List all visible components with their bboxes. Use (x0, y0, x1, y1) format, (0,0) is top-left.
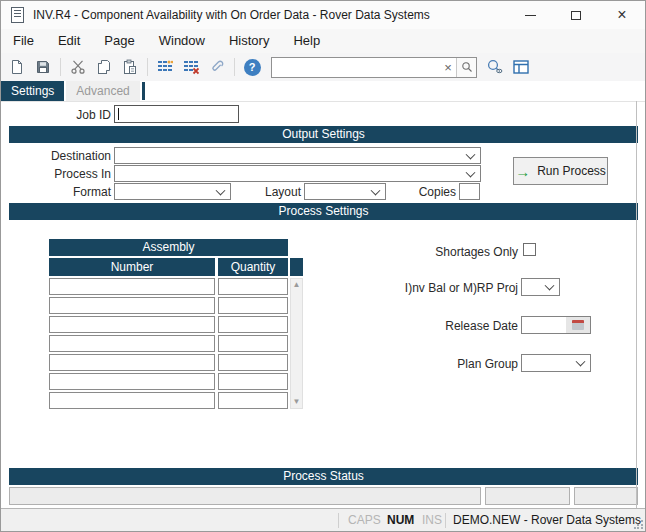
maximize-button[interactable] (553, 1, 599, 29)
plan-group-label: Plan Group (381, 357, 518, 371)
text-caret (118, 108, 119, 120)
format-label: Format (1, 185, 111, 199)
process-in-label: Process In (1, 167, 111, 181)
process-in-select[interactable] (114, 165, 481, 182)
new-button[interactable] (5, 55, 29, 79)
assembly-quantity-input[interactable] (218, 278, 288, 295)
tab-underline (1, 101, 646, 102)
help-button[interactable]: ? (240, 55, 264, 79)
calendar-button[interactable] (566, 317, 590, 333)
close-icon: × (617, 7, 626, 23)
menu-window[interactable]: Window (147, 29, 217, 53)
assembly-row (49, 392, 288, 409)
attach-button[interactable] (205, 55, 229, 79)
status-bar: CAPS NUM INS DEMO.NEW - Rover Data Syste… (1, 509, 646, 532)
assembly-quantity-input[interactable] (218, 335, 288, 352)
copies-input[interactable] (459, 183, 480, 200)
assembly-row (49, 373, 288, 390)
insert-row-button[interactable] (153, 55, 177, 79)
assembly-row (49, 335, 288, 352)
magnifier-icon (461, 61, 473, 73)
menu-file[interactable]: File (1, 29, 46, 53)
plan-group-select[interactable] (521, 354, 591, 372)
title-bar: INV.R4 - Component Availability with On … (1, 1, 645, 29)
search-go-button[interactable] (456, 58, 476, 77)
menu-history[interactable]: History (217, 29, 281, 53)
resize-grip[interactable] (634, 520, 643, 529)
assembly-row (49, 316, 288, 333)
app-window: INV.R4 - Component Availability with On … (0, 0, 646, 532)
assembly-quantity-input[interactable] (218, 297, 288, 314)
find-view-icon (486, 59, 504, 75)
inv-bal-select[interactable] (521, 278, 560, 296)
maximize-icon (571, 11, 581, 20)
delete-row-icon (183, 59, 199, 75)
chevron-down-icon (371, 185, 381, 195)
assembly-quantity-input[interactable] (218, 392, 288, 409)
run-process-button[interactable]: → Run Process (513, 157, 608, 185)
cut-button[interactable] (66, 55, 90, 79)
assembly-number-input[interactable] (49, 297, 215, 314)
status-field-3 (574, 487, 638, 505)
copy-button[interactable] (92, 55, 116, 79)
chevron-down-icon (216, 185, 226, 195)
format-select[interactable] (114, 183, 231, 200)
assembly-scrollbar[interactable]: ▲ ▼ (290, 278, 303, 409)
assembly-quantity-input[interactable] (218, 354, 288, 371)
layout-view-button[interactable] (509, 55, 533, 79)
find-view-button[interactable] (483, 55, 507, 79)
tab-strip: Settings Advanced (1, 81, 145, 101)
assembly-number-input[interactable] (49, 373, 215, 390)
toolbar-search: × (271, 57, 477, 78)
assembly-number-input[interactable] (49, 354, 215, 371)
search-input[interactable] (272, 59, 440, 76)
assembly-number-input[interactable] (49, 278, 215, 295)
shortages-only-checkbox[interactable] (523, 243, 536, 256)
paste-button[interactable] (118, 55, 142, 79)
job-id-input[interactable] (114, 105, 239, 123)
release-date-label: Release Date (381, 319, 518, 333)
destination-label: Destination (1, 149, 111, 163)
shortages-only-label: Shortages Only (381, 245, 518, 259)
ins-indicator: INS (422, 513, 442, 527)
help-icon: ? (244, 59, 261, 76)
scroll-up-icon[interactable]: ▲ (291, 279, 302, 291)
tab-settings[interactable]: Settings (1, 81, 64, 101)
assembly-number-input[interactable] (49, 335, 215, 352)
layout-select[interactable] (304, 183, 386, 200)
minimize-button[interactable] (507, 1, 553, 29)
assembly-quantity-input[interactable] (218, 373, 288, 390)
close-button[interactable]: × (599, 1, 645, 29)
layout-icon (513, 60, 529, 74)
menu-help[interactable]: Help (281, 29, 332, 53)
paste-icon (122, 59, 138, 75)
assembly-row (49, 278, 288, 295)
delete-row-button[interactable] (179, 55, 203, 79)
copies-label: Copies (401, 185, 456, 199)
assembly-col-number: Number (49, 258, 215, 276)
new-document-icon (9, 59, 25, 75)
scroll-down-icon[interactable]: ▼ (291, 396, 302, 408)
statusbar-separator (338, 513, 339, 528)
release-date-input[interactable] (521, 316, 591, 334)
app-document-icon (11, 7, 24, 23)
assembly-number-input[interactable] (49, 392, 215, 409)
insert-row-icon (157, 59, 173, 75)
save-button[interactable] (31, 55, 55, 79)
assembly-quantity-input[interactable] (218, 316, 288, 333)
assembly-row (49, 354, 288, 371)
process-settings-header: Process Settings (9, 203, 638, 220)
tab-advanced[interactable]: Advanced (66, 81, 139, 101)
menu-edit[interactable]: Edit (46, 29, 92, 53)
search-clear-icon[interactable]: × (440, 60, 456, 75)
minimize-icon (525, 15, 536, 16)
status-field-2 (485, 487, 570, 505)
menu-page[interactable]: Page (92, 29, 146, 53)
destination-select[interactable] (114, 147, 481, 164)
assembly-col-quantity: Quantity (218, 258, 288, 276)
assembly-number-input[interactable] (49, 316, 215, 333)
num-indicator: NUM (387, 513, 414, 527)
scissors-icon (70, 59, 86, 75)
toolbar: ? × (1, 53, 645, 81)
inv-bal-label: I)nv Bal or M)RP Proj (361, 281, 518, 295)
